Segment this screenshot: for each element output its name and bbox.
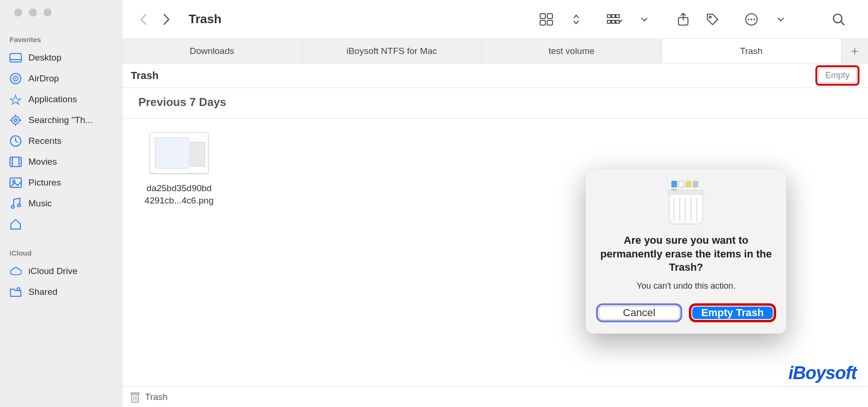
tab-label: iBoysoft NTFS for Mac	[346, 46, 437, 56]
svg-point-21	[11, 205, 14, 208]
svg-rect-30	[616, 15, 619, 18]
tab-iboysoft[interactable]: iBoysoft NTFS for Mac	[302, 39, 482, 63]
clock-icon	[9, 135, 22, 147]
toolbar: Trash	[122, 0, 868, 39]
view-switcher-arrows[interactable]	[566, 10, 587, 29]
file-thumbnail-icon	[150, 132, 208, 174]
share-button[interactable]	[673, 10, 694, 29]
svg-rect-24	[540, 14, 545, 18]
back-button[interactable]	[136, 10, 151, 29]
sidebar-item-recents[interactable]: Recents	[0, 131, 122, 151]
svg-point-5	[12, 116, 19, 124]
svg-point-4	[15, 78, 17, 80]
icloud-label: iCloud	[0, 249, 122, 261]
group-by-button[interactable]	[605, 10, 625, 29]
svg-rect-31	[607, 20, 611, 23]
tag-button[interactable]	[702, 10, 723, 29]
svg-rect-44	[131, 393, 139, 394]
svg-rect-29	[612, 15, 615, 18]
confirm-dialog: Are you sure you want to permanently era…	[586, 168, 787, 334]
svg-point-23	[17, 288, 20, 291]
close-icon[interactable]	[14, 9, 22, 17]
svg-rect-27	[547, 20, 552, 25]
sidebar-item-label: Music	[28, 198, 52, 209]
sidebar-item-music[interactable]: Music	[0, 193, 122, 214]
tab-downloads[interactable]: Downloads	[122, 39, 302, 63]
location-name: Trash	[131, 70, 159, 82]
highlight-cancel: Cancel	[596, 303, 682, 322]
svg-point-6	[14, 119, 17, 122]
shared-folder-icon	[9, 286, 22, 298]
watermark: iBoysoft	[788, 363, 857, 383]
window-controls	[0, 9, 122, 17]
sidebar-item-search[interactable]: Searching "Th...	[0, 110, 122, 131]
svg-line-42	[841, 22, 844, 25]
applications-icon	[9, 93, 22, 106]
minimize-icon[interactable]	[29, 9, 37, 17]
highlight-empty: Empty	[815, 65, 859, 86]
svg-point-20	[13, 180, 15, 183]
sidebar-item-home[interactable]	[0, 214, 122, 235]
svg-rect-28	[607, 15, 611, 18]
sidebar-item-label: iCloud Drive	[28, 266, 77, 276]
svg-rect-0	[10, 53, 21, 62]
sidebar-item-shared[interactable]: Shared	[0, 282, 122, 302]
sidebar-item-label: Recents	[28, 136, 62, 146]
airdrop-icon	[9, 72, 22, 85]
tab-label: Downloads	[190, 46, 234, 56]
gear-icon	[9, 114, 22, 126]
location-header: Trash Empty	[122, 63, 868, 88]
sidebar-item-label: Desktop	[28, 53, 62, 63]
svg-point-22	[18, 204, 20, 207]
content-area: Previous 7 Days da25bd35d90bd 4291cb...4…	[122, 88, 868, 386]
sidebar: Favorites Desktop AirDrop Applications S…	[0, 0, 122, 407]
empty-trash-button[interactable]: Empty Trash	[692, 307, 773, 319]
sidebar-item-icloud-drive[interactable]: iCloud Drive	[0, 261, 122, 282]
sidebar-item-desktop[interactable]: Desktop	[0, 47, 122, 68]
sidebar-item-label: AirDrop	[28, 73, 59, 84]
trash-full-icon	[668, 181, 705, 224]
file-name: da25bd35d90bd 4291cb...4c6.png	[132, 182, 226, 206]
dialog-heading: Are you sure you want to permanently era…	[596, 234, 776, 274]
tab-bar: Downloads iBoysoft NTFS for Mac test vol…	[122, 39, 868, 63]
zoom-icon[interactable]	[44, 9, 52, 17]
tab-trash[interactable]: Trash	[662, 39, 842, 63]
svg-point-40	[753, 18, 755, 20]
svg-rect-26	[540, 20, 545, 25]
cancel-button[interactable]: Cancel	[599, 306, 679, 319]
sidebar-item-airdrop[interactable]: AirDrop	[0, 68, 122, 89]
pictures-icon	[9, 177, 22, 189]
sidebar-item-label: Movies	[28, 157, 57, 167]
forward-button[interactable]	[159, 10, 173, 29]
svg-point-38	[748, 18, 750, 20]
desktop-icon	[9, 52, 22, 64]
file-item[interactable]: da25bd35d90bd 4291cb...4c6.png	[132, 132, 226, 206]
chevron-down-icon[interactable]	[634, 10, 655, 29]
tab-test-volume[interactable]: test volume	[482, 39, 662, 63]
sidebar-item-label: Shared	[28, 287, 57, 297]
tab-label: Trash	[740, 46, 763, 56]
main-pane: Trash	[122, 0, 868, 407]
highlight-confirm: Empty Trash	[689, 303, 776, 322]
action-menu-button[interactable]	[741, 10, 762, 29]
favorites-label: Favorites	[0, 35, 122, 47]
music-icon	[9, 197, 22, 210]
svg-rect-12	[10, 157, 21, 167]
tab-label: test volume	[549, 46, 595, 56]
cloud-icon	[9, 265, 22, 277]
group-header: Previous 7 Days	[122, 88, 868, 119]
sidebar-item-applications[interactable]: Applications	[0, 89, 122, 110]
sidebar-item-label: Applications	[28, 94, 77, 105]
sidebar-item-label: Searching "Th...	[28, 115, 93, 125]
search-button[interactable]	[828, 10, 849, 29]
sidebar-item-label: Pictures	[28, 177, 61, 188]
sidebar-item-movies[interactable]: Movies	[0, 151, 122, 172]
new-tab-button[interactable]: ＋	[841, 39, 868, 63]
svg-point-41	[833, 14, 842, 23]
trash-icon	[130, 391, 140, 403]
window-title: Trash	[189, 12, 221, 27]
empty-button[interactable]: Empty	[818, 68, 857, 83]
sidebar-item-pictures[interactable]: Pictures	[0, 172, 122, 193]
icon-view-button[interactable]	[536, 10, 557, 29]
chevron-down-icon[interactable]	[770, 10, 791, 29]
